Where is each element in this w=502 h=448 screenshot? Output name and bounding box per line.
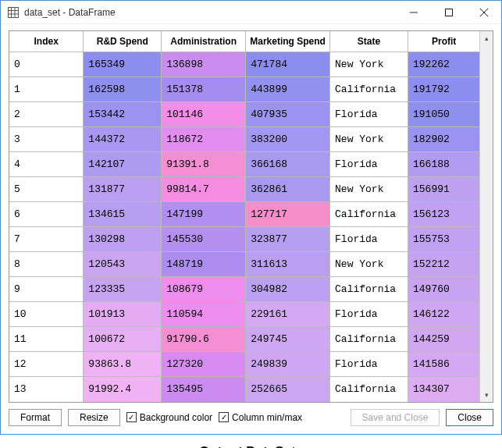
table-row[interactable]: 1293863.8127320249839Florida141586 bbox=[9, 352, 479, 377]
cell-rd-spend[interactable]: 131877 bbox=[84, 177, 162, 202]
col-administration[interactable]: Administration bbox=[162, 31, 246, 52]
cell-marketing-spend[interactable]: 366168 bbox=[246, 152, 330, 177]
cell-state[interactable]: California bbox=[330, 377, 408, 402]
scroll-down-icon[interactable]: ▾ bbox=[480, 389, 493, 402]
cell-rd-spend[interactable]: 134615 bbox=[84, 202, 162, 227]
cell-index[interactable]: 0 bbox=[9, 52, 84, 77]
cell-profit[interactable]: 149760 bbox=[408, 277, 480, 302]
table-row[interactable]: 1162598151378443899California191792 bbox=[9, 77, 479, 102]
cell-index[interactable]: 10 bbox=[9, 302, 84, 327]
cell-profit[interactable]: 156123 bbox=[408, 202, 480, 227]
cell-administration[interactable]: 91391.8 bbox=[162, 152, 246, 177]
cell-administration[interactable]: 99814.7 bbox=[162, 177, 246, 202]
cell-index[interactable]: 1 bbox=[9, 77, 84, 102]
table-row[interactable]: 513187799814.7362861New York156991 bbox=[9, 177, 479, 202]
cell-administration[interactable]: 110594 bbox=[162, 302, 246, 327]
cell-profit[interactable]: 155753 bbox=[408, 227, 480, 252]
cell-rd-spend[interactable]: 123335 bbox=[84, 277, 162, 302]
cell-profit[interactable]: 182902 bbox=[408, 127, 480, 152]
background-color-checkbox[interactable]: ✓ Background color bbox=[126, 412, 212, 423]
cell-marketing-spend[interactable]: 323877 bbox=[246, 227, 330, 252]
cell-state[interactable]: California bbox=[330, 327, 408, 352]
cell-index[interactable]: 2 bbox=[9, 102, 84, 127]
cell-index[interactable]: 7 bbox=[9, 227, 84, 252]
cell-state[interactable]: California bbox=[330, 277, 408, 302]
cell-marketing-spend[interactable]: 229161 bbox=[246, 302, 330, 327]
cell-profit[interactable]: 144259 bbox=[408, 327, 480, 352]
table-row[interactable]: 7130298145530323877Florida155753 bbox=[9, 227, 479, 252]
close-button[interactable] bbox=[466, 1, 501, 24]
col-profit[interactable]: Profit bbox=[408, 31, 480, 52]
cell-marketing-spend[interactable]: 249839 bbox=[246, 352, 330, 377]
table-row[interactable]: 8120543148719311613New York152212 bbox=[9, 252, 479, 277]
table-row[interactable]: 1110067291790.6249745California144259 bbox=[9, 327, 479, 352]
cell-administration[interactable]: 108679 bbox=[162, 277, 246, 302]
table-row[interactable]: 414210791391.8366168Florida166188 bbox=[9, 152, 479, 177]
cell-marketing-spend[interactable]: 362861 bbox=[246, 177, 330, 202]
minimize-button[interactable] bbox=[396, 1, 431, 24]
cell-rd-spend[interactable]: 165349 bbox=[84, 52, 162, 77]
cell-marketing-spend[interactable]: 443899 bbox=[246, 77, 330, 102]
cell-administration[interactable]: 148719 bbox=[162, 252, 246, 277]
col-marketing-spend[interactable]: Marketing Spend bbox=[246, 31, 330, 52]
cell-marketing-spend[interactable]: 252665 bbox=[246, 377, 330, 402]
resize-button[interactable]: Resize bbox=[68, 409, 120, 426]
table-row[interactable]: 9123335108679304982California149760 bbox=[9, 277, 479, 302]
cell-index[interactable]: 11 bbox=[9, 327, 84, 352]
column-minmax-checkbox[interactable]: ✓ Column min/max bbox=[219, 412, 302, 423]
cell-marketing-spend[interactable]: 304982 bbox=[246, 277, 330, 302]
format-button[interactable]: Format bbox=[9, 409, 62, 426]
cell-rd-spend[interactable]: 142107 bbox=[84, 152, 162, 177]
col-state[interactable]: State bbox=[330, 31, 408, 52]
col-index[interactable]: Index bbox=[9, 31, 84, 52]
cell-profit[interactable]: 192262 bbox=[408, 52, 480, 77]
cell-rd-spend[interactable]: 153442 bbox=[84, 102, 162, 127]
data-table[interactable]: Index R&D Spend Administration Marketing… bbox=[9, 31, 479, 402]
cell-index[interactable]: 3 bbox=[9, 127, 84, 152]
cell-rd-spend[interactable]: 144372 bbox=[84, 127, 162, 152]
cell-marketing-spend[interactable]: 249745 bbox=[246, 327, 330, 352]
cell-profit[interactable]: 191792 bbox=[408, 77, 480, 102]
cell-state[interactable]: New York bbox=[330, 52, 408, 77]
cell-state[interactable]: Florida bbox=[330, 152, 408, 177]
cell-rd-spend[interactable]: 101913 bbox=[84, 302, 162, 327]
cell-state[interactable]: California bbox=[330, 202, 408, 227]
cell-administration[interactable]: 147199 bbox=[162, 202, 246, 227]
scroll-track[interactable] bbox=[480, 44, 493, 389]
cell-rd-spend[interactable]: 93863.8 bbox=[84, 352, 162, 377]
cell-administration[interactable]: 151378 bbox=[162, 77, 246, 102]
close-dialog-button[interactable]: Close bbox=[446, 409, 493, 426]
cell-administration[interactable]: 127320 bbox=[162, 352, 246, 377]
cell-state[interactable]: New York bbox=[330, 127, 408, 152]
col-rd-spend[interactable]: R&D Spend bbox=[84, 31, 162, 52]
cell-marketing-spend[interactable]: 383200 bbox=[246, 127, 330, 152]
cell-index[interactable]: 5 bbox=[9, 177, 84, 202]
cell-index[interactable]: 8 bbox=[9, 252, 84, 277]
cell-state[interactable]: New York bbox=[330, 177, 408, 202]
cell-index[interactable]: 4 bbox=[9, 152, 84, 177]
cell-administration[interactable]: 101146 bbox=[162, 102, 246, 127]
cell-rd-spend[interactable]: 91992.4 bbox=[84, 377, 162, 402]
cell-index[interactable]: 9 bbox=[9, 277, 84, 302]
cell-state[interactable]: Florida bbox=[330, 302, 408, 327]
table-row[interactable]: 10101913110594229161Florida146122 bbox=[9, 302, 479, 327]
cell-rd-spend[interactable]: 130298 bbox=[84, 227, 162, 252]
table-row[interactable]: 6134615147199127717California156123 bbox=[9, 202, 479, 227]
cell-profit[interactable]: 156991 bbox=[408, 177, 480, 202]
cell-profit[interactable]: 134307 bbox=[408, 377, 480, 402]
cell-marketing-spend[interactable]: 471784 bbox=[246, 52, 330, 77]
cell-index[interactable]: 13 bbox=[9, 377, 84, 402]
cell-marketing-spend[interactable]: 407935 bbox=[246, 102, 330, 127]
scroll-up-icon[interactable]: ▴ bbox=[480, 31, 493, 44]
cell-index[interactable]: 6 bbox=[9, 202, 84, 227]
cell-profit[interactable]: 141586 bbox=[408, 352, 480, 377]
cell-profit[interactable]: 166188 bbox=[408, 152, 480, 177]
cell-index[interactable]: 12 bbox=[9, 352, 84, 377]
cell-rd-spend[interactable]: 100672 bbox=[84, 327, 162, 352]
cell-state[interactable]: California bbox=[330, 77, 408, 102]
vertical-scrollbar[interactable]: ▴ ▾ bbox=[479, 31, 493, 402]
cell-state[interactable]: New York bbox=[330, 252, 408, 277]
cell-administration[interactable]: 136898 bbox=[162, 52, 246, 77]
table-row[interactable]: 2153442101146407935Florida191050 bbox=[9, 102, 479, 127]
save-and-close-button[interactable]: Save and Close bbox=[351, 409, 440, 426]
